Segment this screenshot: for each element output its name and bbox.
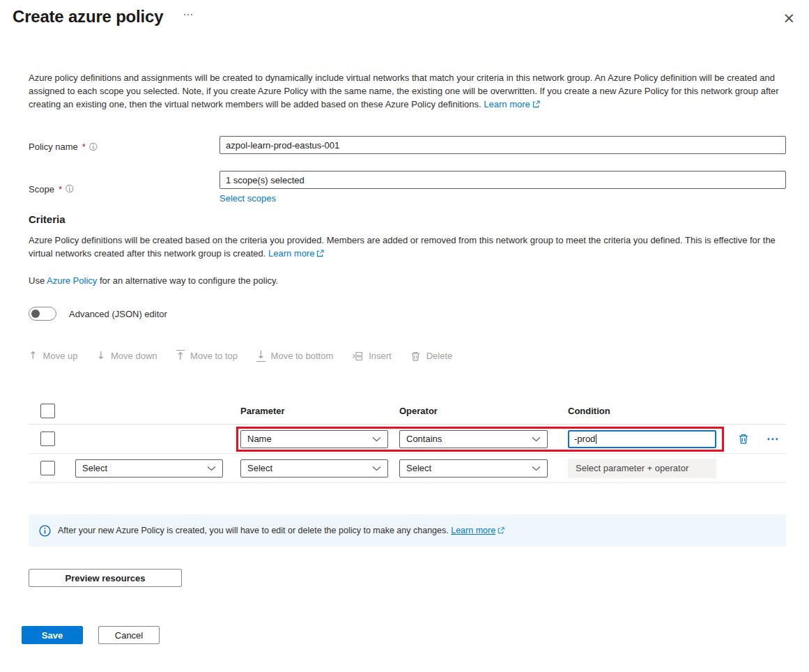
condition-input[interactable]: -prod [568, 430, 716, 448]
criteria-toolbar: ↑ Move up ↓ Move down ↑ Move to top ↓ Mo… [29, 350, 786, 362]
arrow-up-icon: ↑ [29, 351, 38, 361]
policy-name-label: Policy name* ⓘ [29, 136, 219, 154]
external-link-icon [532, 100, 540, 108]
column-header-parameter: Parameter [240, 406, 388, 416]
operator-dropdown[interactable]: Select [399, 459, 548, 478]
alternative-config-line: Use Azure Policy for an alternative way … [29, 275, 786, 286]
chevron-down-icon [372, 436, 381, 442]
arrow-to-top-icon: ↑ [176, 350, 185, 362]
trash-icon [410, 351, 421, 362]
more-options-icon[interactable]: ⋯ [183, 8, 194, 21]
toggle-knob-icon [31, 310, 40, 318]
info-icon: ⓘ [89, 143, 98, 151]
panel-header: Create azure policy ⋯ × [0, 0, 809, 28]
external-link-icon [498, 527, 504, 534]
footer: Save Cancel [0, 626, 809, 644]
parameter-dropdown[interactable]: Name [240, 430, 388, 448]
chevron-down-icon [532, 466, 541, 471]
operator-dropdown[interactable]: Contains [399, 430, 548, 448]
text-cursor [596, 434, 596, 444]
logical-operator-dropdown[interactable]: Select [75, 459, 223, 478]
table-header-row: Parameter Operator Condition [29, 398, 786, 425]
info-banner: After your new Azure Policy is created, … [29, 514, 786, 547]
arrow-to-bottom-icon: ↓ [256, 350, 265, 362]
policy-name-row: Policy name* ⓘ [29, 136, 786, 154]
insert-row-icon [352, 351, 363, 362]
scope-row: Scope* ⓘ Select scopes [29, 171, 786, 204]
select-scopes-link[interactable]: Select scopes [219, 193, 276, 204]
advanced-editor-toggle-row: Advanced (JSON) editor [29, 307, 786, 321]
external-link-icon [316, 250, 324, 257]
intro-text: Azure policy definitions and assignments… [29, 72, 779, 109]
required-asterisk: * [82, 142, 86, 152]
insert-button[interactable]: Insert [352, 351, 392, 362]
move-down-button[interactable]: ↓ Move down [96, 351, 157, 361]
page-title: Create azure policy [13, 7, 163, 26]
save-button[interactable]: Save [22, 626, 83, 644]
criteria-row-2: Select Select Select Select parameter + … [29, 454, 786, 483]
intro-paragraph: Azure policy definitions and assignments… [29, 71, 786, 111]
azure-policy-link[interactable]: Azure Policy [47, 275, 97, 286]
chevron-down-icon [207, 466, 216, 471]
condition-disabled-field: Select parameter + operator [568, 459, 716, 478]
intro-learn-more-link[interactable]: Learn more [484, 99, 539, 109]
criteria-row-1: Name Contains -prod ⋯ [29, 425, 786, 454]
info-icon [39, 525, 51, 537]
move-to-top-button[interactable]: ↑ Move to top [176, 350, 238, 362]
row-checkbox[interactable] [40, 432, 55, 446]
arrow-down-icon: ↓ [96, 351, 105, 361]
banner-learn-more-link[interactable]: Learn more [451, 526, 504, 535]
delete-row-button[interactable] [738, 433, 749, 445]
advanced-editor-toggle[interactable] [29, 307, 56, 321]
row-more-options-icon[interactable]: ⋯ [766, 436, 779, 443]
info-icon: ⓘ [66, 185, 74, 193]
cancel-button[interactable]: Cancel [98, 626, 160, 644]
parameter-dropdown[interactable]: Select [240, 459, 388, 478]
move-up-button[interactable]: ↑ Move up [29, 351, 77, 361]
policy-name-input[interactable] [219, 136, 786, 154]
banner-text: After your new Azure Policy is created, … [58, 526, 504, 535]
trash-icon [738, 433, 749, 445]
criteria-heading: Criteria [29, 213, 786, 225]
chevron-down-icon [372, 466, 381, 471]
preview-resources-button[interactable]: Preview resources [29, 569, 182, 587]
delete-button[interactable]: Delete [410, 351, 453, 362]
scope-input[interactable] [219, 171, 786, 189]
close-icon[interactable]: × [783, 11, 795, 25]
criteria-learn-more-link[interactable]: Learn more [268, 248, 324, 259]
criteria-text: Azure Policy definitions will be created… [29, 235, 776, 259]
chevron-down-icon [532, 436, 541, 442]
criteria-description: Azure Policy definitions will be created… [29, 234, 786, 260]
move-to-bottom-button[interactable]: ↓ Move to bottom [256, 350, 333, 362]
toggle-label: Advanced (JSON) editor [69, 309, 167, 319]
column-header-operator: Operator [399, 406, 548, 416]
row-checkbox[interactable] [40, 461, 55, 475]
column-header-condition: Condition [568, 406, 716, 416]
required-asterisk: * [59, 184, 62, 194]
select-all-checkbox[interactable] [40, 404, 55, 418]
criteria-table: Parameter Operator Condition Name Contai… [29, 398, 786, 483]
scope-label: Scope* ⓘ [29, 171, 219, 204]
